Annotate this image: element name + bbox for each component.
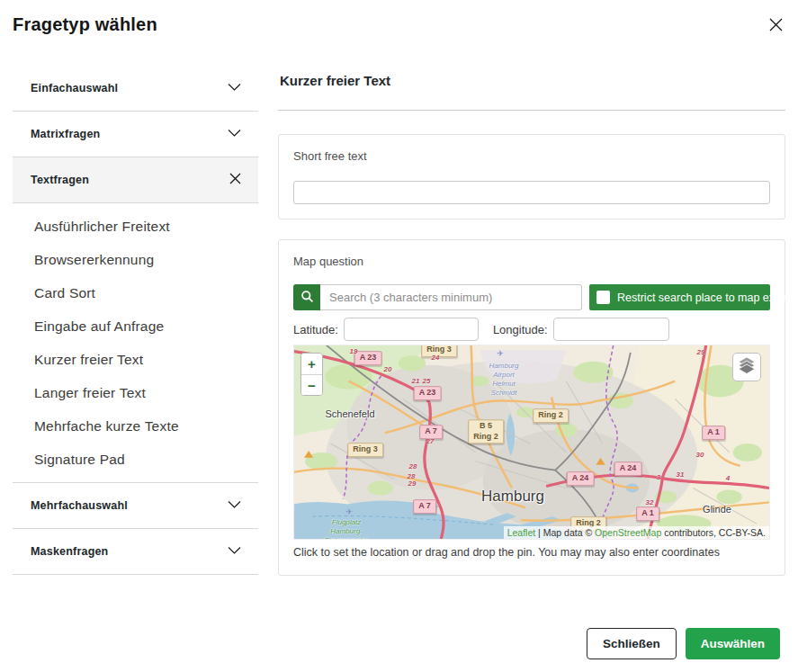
- sidebar-item-ausfuehrlicher-freitext[interactable]: Ausführlicher Freitext: [13, 210, 258, 243]
- sidebar-item-card-sort[interactable]: Card Sort: [13, 276, 258, 309]
- section-label: Matrixfragen: [31, 128, 100, 140]
- restrict-label: Restrict search place to map extent: [617, 291, 794, 304]
- chevron-down-icon: [227, 79, 242, 97]
- leaflet-map[interactable]: SchenefeldHamburgGlindeHamburg Airport H…: [293, 345, 770, 540]
- question-type-modal: { "modal": { "title": "Fragetyp wählen" …: [0, 0, 798, 672]
- map-question-card: Map question Restrict search place to ma…: [278, 239, 785, 576]
- sidebar-item-eingabe-auf-anfrage[interactable]: Eingabe auf Anfrage: [13, 309, 258, 343]
- latitude-input[interactable]: [344, 318, 479, 341]
- collapse-x-icon: [229, 172, 242, 188]
- map-question-label: Map question: [293, 255, 770, 268]
- modal-header: Fragetyp wählen: [0, 0, 798, 35]
- map-search-row: Restrict search place to map extent: [293, 284, 770, 310]
- zoom-out-button[interactable]: −: [301, 374, 322, 395]
- longitude-label: Longitude:: [493, 323, 548, 336]
- zoom-in-button[interactable]: +: [301, 354, 322, 374]
- chevron-down-icon: [227, 542, 242, 560]
- layers-icon: [738, 356, 756, 378]
- search-button[interactable]: [293, 284, 320, 310]
- section-label: Einfachauswahl: [31, 82, 118, 94]
- attribution-text: contributors, CC-BY-SA.: [661, 527, 766, 538]
- short-free-text-label: Short free text: [293, 149, 770, 163]
- close-button[interactable]: Schließen: [587, 628, 677, 659]
- modal-title: Fragetyp wählen: [13, 14, 784, 35]
- preview-title: Kurzer freier Text: [278, 66, 785, 111]
- coordinate-row: Latitude: Longitude:: [293, 318, 770, 341]
- sidebar-item-mehrfache-kurze-texte[interactable]: Mehrfache kurze Texte: [13, 409, 258, 443]
- sidebar-section-mehrfachauswahl[interactable]: Mehrfachauswahl: [13, 483, 258, 529]
- openstreetmap-link[interactable]: OpenStreetMap: [595, 527, 661, 538]
- section-label: Maskenfragen: [31, 545, 108, 558]
- preview-pane: Kurzer freier Text Short free text Map q…: [278, 66, 785, 576]
- chevron-down-icon: [227, 125, 242, 143]
- restrict-search-toggle[interactable]: Restrict search place to map extent: [589, 284, 770, 310]
- map-tiles: [294, 345, 769, 539]
- short-free-text-input[interactable]: [293, 181, 770, 204]
- question-type-sidebar: Einfachauswahl Matrixfragen Textfragen A…: [13, 66, 258, 576]
- sidebar-section-textfragen[interactable]: Textfragen: [13, 157, 258, 203]
- modal-footer: Schließen Auswählen: [587, 628, 780, 659]
- short-free-text-card: Short free text: [278, 134, 785, 220]
- map-attribution: Leaflet | Map data © OpenStreetMap contr…: [504, 526, 769, 539]
- close-icon[interactable]: [767, 15, 785, 33]
- map-instruction-note: Click to set the location or drag and dr…: [293, 546, 770, 559]
- sidebar-section-matrixfragen[interactable]: Matrixfragen: [13, 112, 258, 157]
- latitude-label: Latitude:: [293, 323, 338, 336]
- place-search-input[interactable]: [320, 284, 582, 310]
- section-label: Mehrfachauswahl: [31, 499, 128, 512]
- modal-content: Einfachauswahl Matrixfragen Textfragen A…: [0, 35, 798, 576]
- sidebar-item-langer-freier-text[interactable]: Langer freier Text: [13, 376, 258, 409]
- map-zoom-control: + −: [300, 353, 323, 396]
- leaflet-link[interactable]: Leaflet: [507, 527, 536, 538]
- longitude-input[interactable]: [553, 318, 669, 341]
- sidebar-section-einfachauswahl[interactable]: Einfachauswahl: [13, 66, 258, 112]
- chevron-down-icon: [227, 497, 242, 515]
- sidebar-item-signature-pad[interactable]: Signature Pad: [13, 443, 258, 476]
- search-icon: [300, 290, 314, 306]
- select-button[interactable]: Auswählen: [686, 628, 780, 659]
- sidebar-item-kurzer-freier-text[interactable]: Kurzer freier Text: [13, 343, 258, 376]
- attribution-text: | Map data ©: [535, 527, 595, 538]
- sidebar-item-browsererkennung[interactable]: Browsererkennung: [13, 243, 258, 276]
- section-label: Textfragen: [31, 174, 89, 186]
- layers-control[interactable]: [732, 353, 761, 381]
- textfragen-item-list: Ausführlicher Freitext Browsererkennung …: [13, 203, 258, 483]
- restrict-checkbox[interactable]: [596, 291, 610, 304]
- sidebar-section-maskenfragen[interactable]: Maskenfragen: [13, 529, 258, 575]
